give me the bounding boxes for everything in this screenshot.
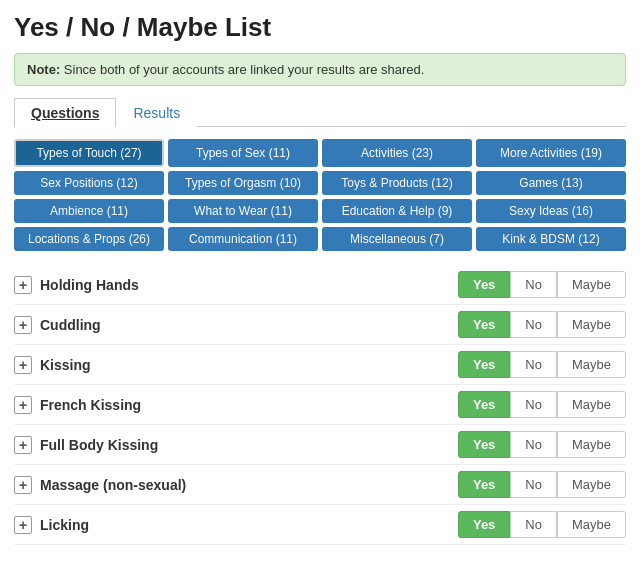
expand-icon[interactable]: + bbox=[14, 516, 32, 534]
answer-buttons: Yes No Maybe bbox=[458, 391, 626, 418]
answer-buttons: Yes No Maybe bbox=[458, 471, 626, 498]
cat-btn-activities[interactable]: Activities (23) bbox=[322, 139, 472, 167]
cat-btn-sexy-ideas[interactable]: Sexy Ideas (16) bbox=[476, 199, 626, 223]
cat-btn-more-activities[interactable]: More Activities (19) bbox=[476, 139, 626, 167]
expand-icon[interactable]: + bbox=[14, 276, 32, 294]
expand-icon[interactable]: + bbox=[14, 396, 32, 414]
table-row: + Holding Hands Yes No Maybe bbox=[14, 265, 626, 305]
item-text: Holding Hands bbox=[40, 277, 139, 293]
page-container: Yes / No / Maybe List Note: Since both o… bbox=[0, 0, 640, 557]
item-label: + Full Body Kissing bbox=[14, 436, 458, 454]
item-label: + Licking bbox=[14, 516, 458, 534]
maybe-button[interactable]: Maybe bbox=[557, 511, 626, 538]
yes-button[interactable]: Yes bbox=[458, 271, 510, 298]
cat-btn-toys-products[interactable]: Toys & Products (12) bbox=[322, 171, 472, 195]
item-label: + Massage (non-sexual) bbox=[14, 476, 458, 494]
tab-results[interactable]: Results bbox=[116, 98, 197, 127]
cat-btn-miscellaneous[interactable]: Miscellaneous (7) bbox=[322, 227, 472, 251]
no-button[interactable]: No bbox=[510, 271, 557, 298]
item-text: French Kissing bbox=[40, 397, 141, 413]
item-text: Full Body Kissing bbox=[40, 437, 158, 453]
item-label: + Cuddling bbox=[14, 316, 458, 334]
maybe-button[interactable]: Maybe bbox=[557, 431, 626, 458]
no-button[interactable]: No bbox=[510, 311, 557, 338]
cat-btn-ambience[interactable]: Ambience (11) bbox=[14, 199, 164, 223]
item-text: Kissing bbox=[40, 357, 91, 373]
tabs-container: Questions Results bbox=[14, 98, 626, 127]
item-text: Licking bbox=[40, 517, 89, 533]
cat-btn-sex-positions[interactable]: Sex Positions (12) bbox=[14, 171, 164, 195]
note-text: Since both of your accounts are linked y… bbox=[60, 62, 424, 77]
table-row: + Massage (non-sexual) Yes No Maybe bbox=[14, 465, 626, 505]
yes-button[interactable]: Yes bbox=[458, 471, 510, 498]
cat-btn-kink-bdsm[interactable]: Kink & BDSM (12) bbox=[476, 227, 626, 251]
maybe-button[interactable]: Maybe bbox=[557, 311, 626, 338]
maybe-button[interactable]: Maybe bbox=[557, 391, 626, 418]
cat-btn-types-orgasm[interactable]: Types of Orgasm (10) bbox=[168, 171, 318, 195]
item-label: + French Kissing bbox=[14, 396, 458, 414]
maybe-button[interactable]: Maybe bbox=[557, 471, 626, 498]
table-row: + Cuddling Yes No Maybe bbox=[14, 305, 626, 345]
item-text: Massage (non-sexual) bbox=[40, 477, 186, 493]
yes-button[interactable]: Yes bbox=[458, 431, 510, 458]
expand-icon[interactable]: + bbox=[14, 356, 32, 374]
answer-buttons: Yes No Maybe bbox=[458, 431, 626, 458]
table-row: + Kissing Yes No Maybe bbox=[14, 345, 626, 385]
answer-buttons: Yes No Maybe bbox=[458, 311, 626, 338]
no-button[interactable]: No bbox=[510, 511, 557, 538]
cat-btn-games[interactable]: Games (13) bbox=[476, 171, 626, 195]
note-bold: Note: bbox=[27, 62, 60, 77]
maybe-button[interactable]: Maybe bbox=[557, 351, 626, 378]
expand-icon[interactable]: + bbox=[14, 476, 32, 494]
yes-button[interactable]: Yes bbox=[458, 391, 510, 418]
yes-button[interactable]: Yes bbox=[458, 351, 510, 378]
table-row: + Full Body Kissing Yes No Maybe bbox=[14, 425, 626, 465]
no-button[interactable]: No bbox=[510, 471, 557, 498]
category-buttons: Types of Touch (27) Types of Sex (11) Ac… bbox=[14, 139, 626, 251]
answer-buttons: Yes No Maybe bbox=[458, 351, 626, 378]
table-row: + French Kissing Yes No Maybe bbox=[14, 385, 626, 425]
page-title: Yes / No / Maybe List bbox=[14, 12, 626, 43]
maybe-button[interactable]: Maybe bbox=[557, 271, 626, 298]
yes-button[interactable]: Yes bbox=[458, 511, 510, 538]
items-list: + Holding Hands Yes No Maybe + Cuddling … bbox=[14, 265, 626, 545]
note-box: Note: Since both of your accounts are li… bbox=[14, 53, 626, 86]
answer-buttons: Yes No Maybe bbox=[458, 511, 626, 538]
yes-button[interactable]: Yes bbox=[458, 311, 510, 338]
tab-questions[interactable]: Questions bbox=[14, 98, 116, 127]
table-row: + Licking Yes No Maybe bbox=[14, 505, 626, 545]
item-label: + Kissing bbox=[14, 356, 458, 374]
cat-btn-what-to-wear[interactable]: What to Wear (11) bbox=[168, 199, 318, 223]
no-button[interactable]: No bbox=[510, 431, 557, 458]
expand-icon[interactable]: + bbox=[14, 316, 32, 334]
item-text: Cuddling bbox=[40, 317, 101, 333]
cat-btn-types-touch[interactable]: Types of Touch (27) bbox=[14, 139, 164, 167]
expand-icon[interactable]: + bbox=[14, 436, 32, 454]
item-label: + Holding Hands bbox=[14, 276, 458, 294]
answer-buttons: Yes No Maybe bbox=[458, 271, 626, 298]
no-button[interactable]: No bbox=[510, 391, 557, 418]
cat-btn-locations-props[interactable]: Locations & Props (26) bbox=[14, 227, 164, 251]
cat-btn-types-sex[interactable]: Types of Sex (11) bbox=[168, 139, 318, 167]
cat-btn-communication[interactable]: Communication (11) bbox=[168, 227, 318, 251]
no-button[interactable]: No bbox=[510, 351, 557, 378]
cat-btn-education-help[interactable]: Education & Help (9) bbox=[322, 199, 472, 223]
